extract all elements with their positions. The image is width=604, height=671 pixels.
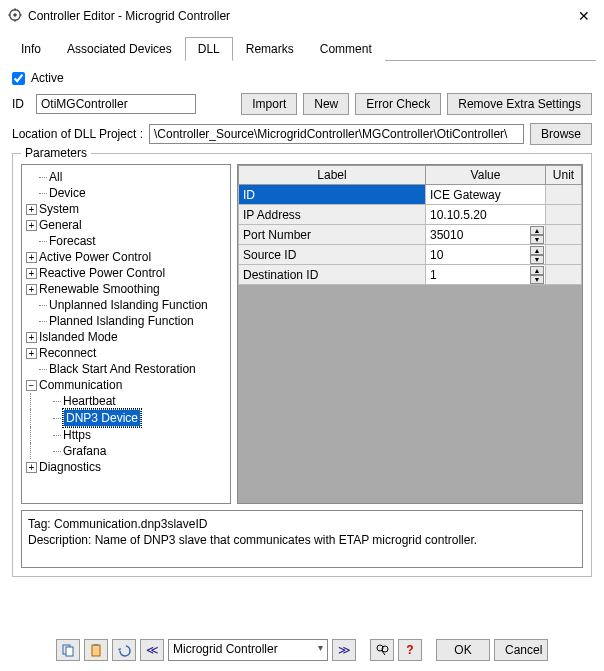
svg-point-1: [13, 13, 17, 17]
cell-label: Port Number: [239, 225, 426, 245]
id-label: ID: [12, 97, 30, 111]
tag-line: Tag: Communication.dnp3slaveID: [28, 517, 576, 533]
tree-reconnect[interactable]: Reconnect: [39, 345, 96, 361]
tree-im[interactable]: Islanded Mode: [39, 329, 118, 345]
help-icon[interactable]: ?: [398, 639, 422, 661]
tree-rs[interactable]: Renewable Smoothing: [39, 281, 160, 297]
chevron-up-icon: ▲: [530, 246, 544, 255]
parameter-grid: Label Value Unit ID ICE Gateway IP Addre…: [237, 164, 583, 504]
expand-icon[interactable]: +: [26, 332, 37, 343]
svg-rect-8: [92, 645, 100, 656]
tree-apc[interactable]: Active Power Control: [39, 249, 151, 265]
cell-value[interactable]: 35010▲▼: [426, 225, 546, 245]
cell-label: ID: [239, 185, 426, 205]
table-row[interactable]: IP Address 10.10.5.20: [239, 205, 582, 225]
cell-value[interactable]: 10▲▼: [426, 245, 546, 265]
grid-empty-area: [238, 285, 582, 503]
cell-value[interactable]: 1▲▼: [426, 265, 546, 285]
table-row[interactable]: Source ID 10▲▼: [239, 245, 582, 265]
spinner[interactable]: ▲▼: [530, 266, 544, 283]
cell-value[interactable]: 10.10.5.20: [426, 205, 546, 225]
chevron-down-icon: ▼: [530, 255, 544, 264]
tree-grafana[interactable]: Grafana: [63, 443, 106, 459]
new-button[interactable]: New: [303, 93, 349, 115]
chevron-down-icon: ▼: [530, 235, 544, 244]
copy-icon[interactable]: [56, 639, 80, 661]
svg-rect-7: [66, 647, 73, 656]
id-input[interactable]: [36, 94, 196, 114]
tree-system[interactable]: System: [39, 201, 79, 217]
paste-icon[interactable]: [84, 639, 108, 661]
expand-icon[interactable]: +: [26, 220, 37, 231]
svg-rect-9: [94, 644, 98, 646]
tree-forecast[interactable]: Forecast: [49, 233, 96, 249]
table-row[interactable]: Port Number 35010▲▼: [239, 225, 582, 245]
close-icon[interactable]: ✕: [572, 6, 596, 26]
error-check-button[interactable]: Error Check: [355, 93, 441, 115]
bottom-toolbar: ≪ Microgrid Controller ≫ ? OK Cancel: [0, 639, 604, 661]
browse-button[interactable]: Browse: [530, 123, 592, 145]
table-row[interactable]: ID ICE Gateway: [239, 185, 582, 205]
active-label: Active: [31, 71, 64, 85]
element-selector[interactable]: Microgrid Controller: [168, 639, 328, 661]
col-label[interactable]: Label: [239, 166, 426, 185]
parameter-tree[interactable]: All Device +System +General Forecast +Ac…: [21, 164, 231, 504]
tab-dll[interactable]: DLL: [185, 37, 233, 61]
tree-heartbeat[interactable]: Heartbeat: [63, 393, 116, 409]
app-icon: [8, 8, 22, 25]
table-row[interactable]: Destination ID 1▲▼: [239, 265, 582, 285]
expand-icon[interactable]: +: [26, 204, 37, 215]
tree-pif[interactable]: Planned Islanding Function: [49, 313, 194, 329]
parameters-legend: Parameters: [21, 146, 91, 160]
cell-unit: [546, 225, 582, 245]
chevron-down-icon: ▼: [530, 275, 544, 284]
tree-bsr[interactable]: Black Start And Restoration: [49, 361, 196, 377]
expand-icon[interactable]: +: [26, 284, 37, 295]
spinner[interactable]: ▲▼: [530, 246, 544, 263]
tree-dnp3-device[interactable]: DNP3 Device: [63, 409, 141, 427]
tree-device[interactable]: Device: [49, 185, 86, 201]
description-line: Description: Name of DNP3 slave that com…: [28, 533, 576, 549]
tab-comment[interactable]: Comment: [307, 37, 385, 61]
cell-unit: [546, 265, 582, 285]
col-value[interactable]: Value: [426, 166, 546, 185]
col-unit[interactable]: Unit: [546, 166, 582, 185]
tree-all[interactable]: All: [49, 169, 62, 185]
cell-value[interactable]: ICE Gateway: [426, 185, 546, 205]
tree-uif[interactable]: Unplanned Islanding Function: [49, 297, 208, 313]
expand-icon[interactable]: +: [26, 252, 37, 263]
cell-unit: [546, 185, 582, 205]
expand-icon[interactable]: +: [26, 462, 37, 473]
tree-https[interactable]: Https: [63, 427, 91, 443]
location-label: Location of DLL Project :: [12, 127, 143, 141]
tab-info[interactable]: Info: [8, 37, 54, 61]
tree-diagnostics[interactable]: Diagnostics: [39, 459, 101, 475]
tree-general[interactable]: General: [39, 217, 82, 233]
tree-communication[interactable]: Communication: [39, 377, 122, 393]
description-panel: Tag: Communication.dnp3slaveID Descripti…: [21, 510, 583, 568]
nav-prev-icon[interactable]: ≪: [140, 639, 164, 661]
cell-unit: [546, 205, 582, 225]
import-button[interactable]: Import: [241, 93, 297, 115]
chevron-up-icon: ▲: [530, 226, 544, 235]
chevron-up-icon: ▲: [530, 266, 544, 275]
ok-button[interactable]: OK: [436, 639, 490, 661]
collapse-icon[interactable]: −: [26, 380, 37, 391]
expand-icon[interactable]: +: [26, 268, 37, 279]
window-title: Controller Editor - Microgrid Controller: [28, 9, 230, 23]
tab-remarks[interactable]: Remarks: [233, 37, 307, 61]
cell-unit: [546, 245, 582, 265]
cell-label: IP Address: [239, 205, 426, 225]
active-checkbox[interactable]: [12, 72, 25, 85]
tab-associated-devices[interactable]: Associated Devices: [54, 37, 185, 61]
spinner[interactable]: ▲▼: [530, 226, 544, 243]
location-input[interactable]: [149, 124, 524, 144]
expand-icon[interactable]: +: [26, 348, 37, 359]
nav-next-icon[interactable]: ≫: [332, 639, 356, 661]
cancel-button[interactable]: Cancel: [494, 639, 548, 661]
remove-extra-settings-button[interactable]: Remove Extra Settings: [447, 93, 592, 115]
find-icon[interactable]: [370, 639, 394, 661]
tree-rpc[interactable]: Reactive Power Control: [39, 265, 165, 281]
parameters-group: Parameters All Device +System +General F…: [12, 153, 592, 577]
undo-icon[interactable]: [112, 639, 136, 661]
